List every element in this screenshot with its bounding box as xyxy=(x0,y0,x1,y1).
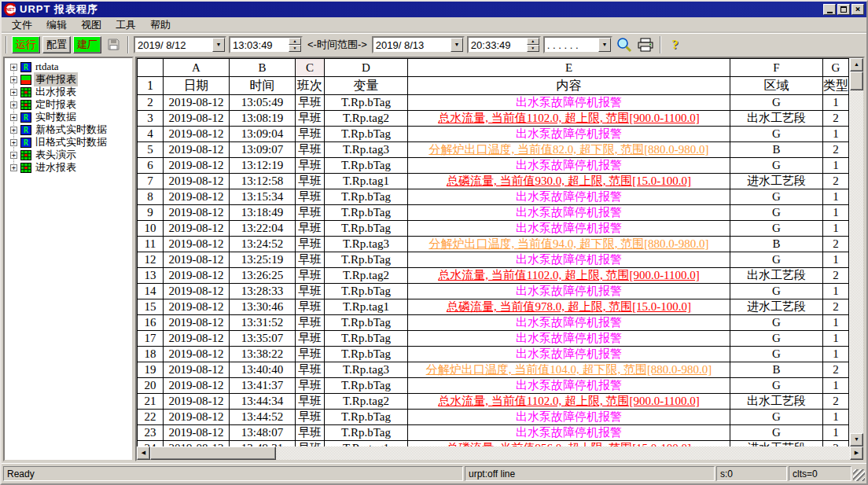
cell-variable[interactable]: T.Rp.bTag xyxy=(325,315,408,331)
cell-type[interactable]: 1 xyxy=(823,315,849,331)
cell-region[interactable]: B xyxy=(730,237,823,252)
cell-time[interactable]: 13:48:07 xyxy=(230,425,296,441)
row-number[interactable]: 12 xyxy=(138,252,164,268)
scroll-down-icon[interactable]: ▼ xyxy=(850,433,863,446)
cell-content[interactable]: 出水泵故障停机报警 xyxy=(408,331,730,347)
cell-date[interactable]: 2019-08-12 xyxy=(164,221,230,237)
cell-type[interactable]: 1 xyxy=(823,95,849,111)
cell-shift[interactable]: 早班 xyxy=(296,347,325,362)
cell-region[interactable]: G xyxy=(730,347,823,362)
vertical-scroll-track[interactable] xyxy=(850,90,863,433)
close-button[interactable]: × xyxy=(851,4,864,15)
cell-content[interactable]: 分解炉出口温度, 当前值94.0, 超下限, 范围[880.0-980.0] xyxy=(408,237,730,252)
cell-variable[interactable]: T.Rp.tag2 xyxy=(325,394,408,410)
cell-region[interactable]: G xyxy=(730,331,823,347)
cell-time[interactable]: 13:15:34 xyxy=(230,189,296,205)
cell-type[interactable]: 2 xyxy=(823,111,849,127)
cell-time[interactable]: 13:12:19 xyxy=(230,158,296,174)
expand-icon[interactable]: + xyxy=(10,139,17,146)
build-plant-button[interactable]: 建厂 xyxy=(73,36,101,53)
row-number[interactable]: 6 xyxy=(138,158,164,174)
row-number[interactable]: 1 xyxy=(138,77,164,95)
cell-content[interactable]: 出水泵故障停机报警 xyxy=(408,315,730,331)
run-button[interactable]: 运行 xyxy=(12,36,40,53)
cell-type[interactable]: 2 xyxy=(823,174,849,189)
cell-shift[interactable]: 早班 xyxy=(296,425,325,441)
expand-icon[interactable]: + xyxy=(10,76,17,83)
cell-type[interactable]: 2 xyxy=(823,394,849,410)
end-time-spinner[interactable]: 20:33:49 ▲▼ xyxy=(467,36,541,53)
menu-edit[interactable]: 编辑 xyxy=(39,17,74,34)
cell-shift[interactable]: 早班 xyxy=(296,315,325,331)
cell-shift[interactable]: 早班 xyxy=(296,268,325,284)
cell-date[interactable]: 2019-08-12 xyxy=(164,142,230,158)
column-header-e[interactable]: E xyxy=(408,59,730,77)
report-select-value[interactable]: . . . . . . xyxy=(545,38,598,52)
cell-region[interactable]: G xyxy=(730,158,823,174)
chevron-down-icon[interactable]: ▼ xyxy=(598,38,611,52)
cell-type[interactable]: 2 xyxy=(823,268,849,284)
cell-content[interactable]: 总水流量, 当前值1102.0, 超上限, 范围[900.0-1100.0] xyxy=(408,394,730,410)
cell-time[interactable]: 13:24:52 xyxy=(230,237,296,252)
cell-date[interactable]: 2019-08-12 xyxy=(164,111,230,127)
cell-content[interactable]: 出水泵故障停机报警 xyxy=(408,252,730,268)
column-header-f[interactable]: F xyxy=(730,59,823,77)
row-number[interactable]: 23 xyxy=(138,425,164,441)
spin-down-icon[interactable]: ▼ xyxy=(527,45,539,52)
tree-item[interactable]: + 进水报表 xyxy=(5,161,132,174)
row-number[interactable]: 5 xyxy=(138,142,164,158)
cell-region[interactable]: G xyxy=(730,189,823,205)
tree-item[interactable]: + 旧格式实时数据 xyxy=(5,136,132,149)
cell-date[interactable]: 2019-08-12 xyxy=(164,95,230,111)
cell-type[interactable]: 1 xyxy=(823,189,849,205)
tree-item[interactable]: + 表头演示 xyxy=(5,149,132,161)
tree-item[interactable]: + 新格式实时数据 xyxy=(5,123,132,136)
end-date-picker[interactable]: 2019/ 8/13 ▼ xyxy=(372,36,465,53)
cell-content[interactable]: 分解炉出口温度, 当前值82.0, 超下限, 范围[880.0-980.0] xyxy=(408,142,730,158)
cell-region[interactable]: 出水工艺段 xyxy=(730,268,823,284)
row-number[interactable]: 11 xyxy=(138,237,164,252)
cell-date[interactable]: 2019-08-12 xyxy=(164,189,230,205)
cell-region[interactable]: 出水工艺段 xyxy=(730,111,823,127)
header-content[interactable]: 内容 xyxy=(408,77,730,95)
chevron-down-icon[interactable]: ▼ xyxy=(212,38,225,52)
cell-shift[interactable]: 早班 xyxy=(296,331,325,347)
cell-content[interactable]: 出水泵故障停机报警 xyxy=(408,127,730,142)
menu-view[interactable]: 视图 xyxy=(74,17,108,34)
cell-content[interactable]: 出水泵故障停机报警 xyxy=(408,410,730,425)
horizontal-scroll-thumb[interactable] xyxy=(150,446,276,460)
cell-variable[interactable]: T.Rp.bTag xyxy=(325,347,408,362)
column-header-c[interactable]: C xyxy=(296,59,325,77)
cell-shift[interactable]: 早班 xyxy=(296,189,325,205)
start-date-picker[interactable]: 2019/ 8/12 ▼ xyxy=(134,36,226,53)
cell-content[interactable]: 总磷流量, 当前值956.0, 超上限, 范围[15.0-100.0] xyxy=(408,441,730,447)
row-number[interactable]: 3 xyxy=(138,111,164,127)
cell-time[interactable]: 13:38:22 xyxy=(230,347,296,362)
cell-date[interactable]: 2019-08-12 xyxy=(164,299,230,315)
row-number[interactable]: 10 xyxy=(138,221,164,237)
spin-up-icon[interactable]: ▲ xyxy=(289,38,301,45)
horizontal-scroll-track[interactable] xyxy=(276,446,850,460)
cell-region[interactable]: G xyxy=(730,315,823,331)
cell-time[interactable]: 13:30:46 xyxy=(230,299,296,315)
column-header-d[interactable]: D xyxy=(325,59,408,77)
cell-region[interactable]: B xyxy=(730,362,823,378)
scroll-up-icon[interactable]: ▲ xyxy=(850,58,863,72)
cell-shift[interactable]: 早班 xyxy=(296,111,325,127)
row-number[interactable]: 18 xyxy=(138,347,164,362)
cell-variable[interactable]: T.Rp.tag1 xyxy=(325,441,408,447)
tree-item[interactable]: + 事件报表 xyxy=(5,73,132,86)
expand-icon[interactable]: + xyxy=(10,64,17,71)
row-number[interactable]: 7 xyxy=(138,174,164,189)
cell-type[interactable]: 1 xyxy=(823,331,849,347)
end-time-value[interactable]: 20:33:49 xyxy=(469,38,527,52)
corner-cell[interactable] xyxy=(138,59,164,77)
start-date-value[interactable]: 2019/ 8/12 xyxy=(135,38,212,52)
cell-variable[interactable]: T.Rp.bTag xyxy=(325,410,408,425)
row-number[interactable]: 8 xyxy=(138,189,164,205)
cell-variable[interactable]: T.Rp.tag3 xyxy=(325,237,408,252)
cell-shift[interactable]: 早班 xyxy=(296,410,325,425)
row-number[interactable]: 21 xyxy=(138,394,164,410)
config-button[interactable]: 配置 xyxy=(42,36,71,53)
row-number[interactable]: 16 xyxy=(138,315,164,331)
